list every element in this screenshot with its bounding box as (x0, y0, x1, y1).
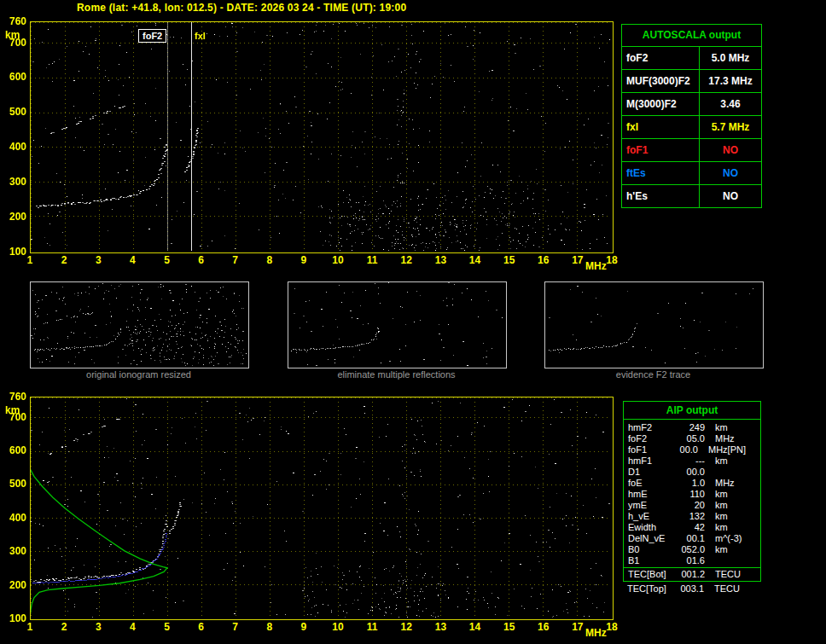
autoscala-param-label: fxI (622, 116, 700, 138)
y-tick-500: 500 (1, 479, 26, 489)
aip-param-label: hmF1 (628, 455, 676, 467)
aip-table-title: AIP output (624, 402, 760, 420)
x-tick-15: 15 (499, 622, 520, 632)
aip-param-label: hmF2 (628, 422, 676, 433)
aip-param-label: Ewidth (628, 522, 676, 533)
autoscala-row-h'Es: h'EsNO (622, 185, 761, 207)
aip-output-table: AIP output hmF2249kmfoF205.0MHzfoF100.0M… (623, 401, 761, 582)
x-tick-8: 8 (259, 622, 280, 632)
aip-param-value: 052.0 (676, 544, 705, 555)
aip-param-value: 001.2 (676, 568, 705, 581)
aip-row-DelN_vE: DelN_vE00.1m^(-3) (624, 533, 760, 544)
aip-param-unit: km (715, 422, 728, 433)
x-tick-2: 2 (54, 255, 74, 265)
fxi-marker-label: fxI (195, 31, 206, 41)
thumbnail-original-ionogram (30, 281, 249, 368)
y-axis-unit-label: km (5, 405, 20, 415)
aip-param-label: TEC[Bot] (628, 568, 676, 581)
x-tick-6: 6 (191, 622, 212, 632)
aip-row-hmF1: hmF1---km (624, 455, 760, 467)
aip-param-label: B1 (628, 555, 676, 566)
x-tick-3: 3 (88, 255, 108, 265)
autoscala-row-fxI: fxI5.7 MHz (622, 116, 761, 139)
aip-param-value: 132 (676, 511, 705, 522)
x-tick-7: 7 (225, 622, 246, 632)
autoscala-output-table: AUTOSCALA output foF25.0 MHzMUF(3000)F21… (621, 24, 762, 208)
y-tick-300: 300 (1, 177, 26, 187)
aip-param-unit: km (715, 522, 728, 533)
aip-param-label: B0 (628, 544, 676, 555)
x-tick-16: 16 (533, 622, 554, 632)
aip-param-label: h_vE (628, 511, 676, 522)
x-tick-10: 10 (328, 255, 348, 265)
thumbnail-evidence-f2 (544, 281, 764, 368)
y-axis-unit-label: km (5, 30, 20, 40)
autoscala-param-value: 17.3 MHz (700, 70, 761, 92)
x-tick-6: 6 (191, 255, 212, 265)
aip-param-value: 00.0 (672, 444, 698, 455)
y-tick-400: 400 (1, 142, 26, 152)
thumbnail-canvas-reflections (288, 282, 504, 366)
autoscala-param-label: foF1 (622, 139, 700, 161)
aip-param-value: 003.1 (675, 583, 704, 595)
aip-param-value: 42 (676, 522, 705, 533)
autoscala-row-foF2: foF25.0 MHz (622, 47, 761, 70)
x-tick-5: 5 (156, 255, 177, 265)
aip-param-unit: km (715, 544, 728, 555)
aip-param-unit: km (715, 489, 728, 500)
aip-param-label: DelN_vE (628, 533, 676, 544)
thumbnail-caption-original: original ionogram resized (30, 369, 247, 380)
x-axis-unit-label: MHz (585, 261, 607, 271)
autoscala-table-rows: foF25.0 MHzMUF(3000)F217.3 MHzM(3000)F23… (622, 47, 761, 207)
aip-row-hmE: hmE110km (624, 489, 760, 500)
aip-param-value: 00.0 (676, 467, 705, 478)
aip-param-unit: TECU (715, 568, 741, 581)
fof2-marker-label: foF2 (138, 29, 166, 43)
station-header: Rome (lat: +41.8, lon: 012.5) - DATE: 20… (77, 2, 406, 14)
autoscala-param-label: M(3000)F2 (622, 93, 700, 115)
x-tick-10: 10 (328, 622, 348, 632)
x-tick-1: 1 (20, 255, 40, 265)
aip-param-label: foF1 (628, 444, 672, 455)
aip-param-label: foF2 (628, 433, 676, 444)
autoscala-param-label: foF2 (622, 47, 700, 69)
aip-row-foF2: foF205.0MHz (624, 433, 760, 444)
x-tick-11: 11 (362, 622, 382, 632)
aip-param-value: 1.0 (676, 478, 705, 489)
autoscala-row-M(3000)F2: M(3000)F23.46 (622, 93, 761, 116)
aip-row-hmF2: hmF2249km (624, 422, 760, 433)
aip-row-h_vE: h_vE132km (624, 511, 760, 522)
x-tick-7: 7 (225, 255, 246, 265)
autoscala-param-label: h'Es (622, 185, 700, 207)
aip-param-unit: MHz (715, 433, 735, 444)
thumbnail-canvas-evidence (545, 282, 761, 366)
autoscala-row-MUF(3000)F2: MUF(3000)F217.3 MHz (622, 70, 761, 93)
aip-row-B0: B0052.0km (624, 544, 760, 555)
x-tick-14: 14 (465, 255, 486, 265)
x-tick-5: 5 (156, 622, 177, 632)
x-axis-unit-label: MHz (585, 628, 607, 638)
aip-param-note: [PN] (728, 444, 746, 455)
autoscala-param-label: ftEs (622, 162, 700, 184)
aip-param-label: TEC[Top] (627, 583, 675, 595)
autoscala-row-foF1: foF1NO (622, 139, 761, 162)
autoscala-analysis-window: Rome (lat: +41.8, lon: 012.5) - DATE: 20… (0, 0, 826, 644)
y-tick-600: 600 (1, 72, 26, 82)
aip-param-label: D1 (628, 467, 676, 478)
autoscala-param-label: MUF(3000)F2 (622, 70, 700, 92)
y-tick-200: 200 (1, 212, 26, 222)
x-tick-16: 16 (533, 255, 554, 265)
y-tick-760: 760 (1, 392, 26, 402)
autoscala-param-value: NO (700, 162, 761, 184)
aip-param-unit: MHz (715, 478, 735, 489)
autoscala-table-title: AUTOSCALA output (622, 25, 761, 47)
aip-param-unit: MHz (708, 444, 728, 455)
x-tick-2: 2 (54, 622, 74, 632)
y-tick-200: 200 (1, 580, 26, 590)
aip-profile-plot (30, 397, 614, 620)
aip-row-TEC[Bot]: TEC[Bot]001.2TECU (624, 567, 760, 581)
aip-row-foE: foE1.0MHz (624, 478, 760, 489)
x-tick-11: 11 (362, 255, 382, 265)
autoscala-row-ftEs: ftEsNO (622, 162, 761, 185)
aip-param-value: --- (676, 455, 705, 467)
